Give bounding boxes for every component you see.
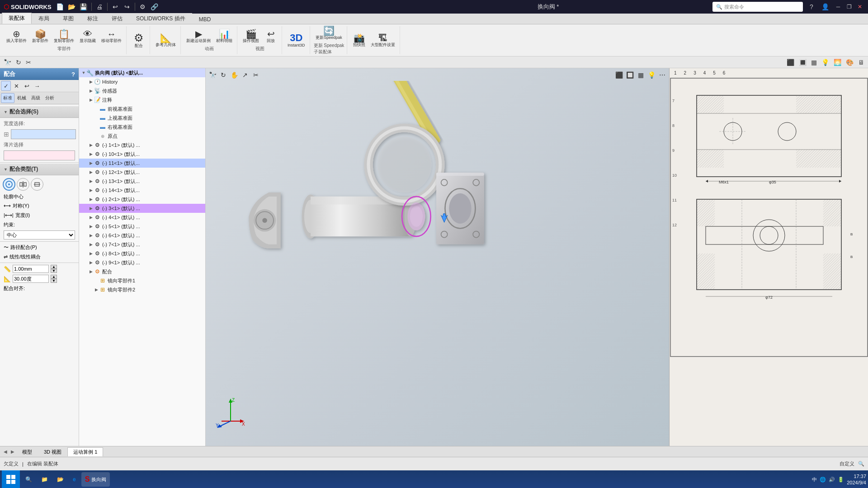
user-icon[interactable]: 👤	[820, 2, 830, 12]
tab-3dview[interactable]: 3D 视图	[38, 447, 67, 456]
light-icon[interactable]: 💡	[820, 58, 831, 67]
mechanical-tab[interactable]: 机械	[15, 93, 28, 103]
vp-section-icon[interactable]: ✂	[251, 70, 261, 80]
start-button[interactable]	[2, 470, 20, 488]
width-input[interactable]	[11, 129, 76, 139]
display-style-icon[interactable]: ⬛	[785, 58, 796, 67]
view-rotate-icon[interactable]: ↻	[14, 58, 23, 67]
view-orient-icon[interactable]: 🔭	[2, 58, 13, 67]
restore-button[interactable]: ❐	[844, 2, 854, 11]
volume-icon[interactable]: 🔊	[829, 477, 835, 483]
tab-plugins[interactable]: SOLIDWORKS 插件	[129, 13, 192, 24]
undo-button[interactable]: ↩	[22, 81, 32, 91]
vp-select-icon[interactable]: ↗	[240, 70, 250, 80]
large-config-button[interactable]: 🏗 大型配件设置	[369, 33, 397, 48]
vp-zoom-icon[interactable]: 🔭	[208, 70, 217, 80]
new-study-button[interactable]: ▶ 新建运动算例	[184, 28, 212, 44]
mate-type-header[interactable]: ▼ 配合类型(T)	[0, 164, 79, 175]
new-part-button[interactable]: 📦 新零部件	[30, 28, 50, 44]
tree-part-1[interactable]: ▶ ⚙ (-) 1<1> (默认) ...	[79, 141, 205, 150]
close-button[interactable]: ✕	[855, 2, 864, 11]
bom-button[interactable]: 📊 材料明细	[214, 28, 234, 44]
tree-mirror2[interactable]: ▶ ⊞ 镜向零部件2	[79, 285, 205, 294]
tree-part-14[interactable]: ▶ ⚙ (-) 14<1> (默认...	[79, 186, 205, 195]
redo-icon[interactable]: ↪	[122, 2, 132, 12]
tab-motion[interactable]: 运动算例 1	[67, 447, 103, 456]
playback-button[interactable]: ↩ 回放	[263, 28, 279, 44]
vp-rotate-icon[interactable]: ↻	[218, 70, 228, 80]
connect-icon[interactable]: 🔗	[150, 2, 160, 12]
display-mode-icon[interactable]: 🔳	[797, 58, 808, 67]
undo-icon[interactable]: ↩	[110, 2, 120, 12]
tree-note[interactable]: ▶ 📝 注释	[79, 95, 205, 104]
tree-part-5[interactable]: ▶ ⚙ (-) 5<1> (默认) ...	[79, 222, 205, 231]
tree-mate-folder[interactable]: ▶ ⚙ 配合	[79, 267, 205, 276]
thin-input[interactable]	[4, 150, 75, 160]
tree-root[interactable]: ▼ 🔧 换向阀 (默认) <默认...	[79, 68, 205, 77]
tab-assembly[interactable]: 装配体	[2, 13, 32, 24]
mate-button[interactable]: ⚙ 配合	[131, 32, 147, 49]
minimize-button[interactable]: ─	[834, 2, 843, 11]
folder-button[interactable]: 📂	[53, 472, 67, 487]
3d-viewport[interactable]: 🔭 ↻ ✋ ↗ ✂ ⬛ 🔲 ▦ 💡 ⋯	[206, 68, 669, 446]
check-button[interactable]: ✓	[1, 81, 11, 91]
settings-icon[interactable]: ⚙	[138, 2, 148, 12]
search-button[interactable]: 🔍	[22, 472, 36, 487]
tree-part-13[interactable]: ▶ ⚙ (-) 13<1> (默认...	[79, 177, 205, 186]
tree-top-plane[interactable]: ▬ 上视基准面	[79, 113, 205, 122]
scene-icon[interactable]: 🌅	[832, 58, 843, 67]
vp-display2-icon[interactable]: 🔲	[625, 70, 635, 80]
browser-button[interactable]: e	[69, 472, 80, 487]
tree-part-2[interactable]: ▶ ⚙ (-) 2<1> (默认) ...	[79, 195, 205, 204]
new-icon[interactable]: 📄	[55, 2, 65, 12]
file-explorer-button[interactable]: 📁	[38, 472, 52, 487]
network-icon[interactable]: 🌐	[820, 477, 826, 483]
update-speedpak-button[interactable]: 🔄 更新Speedpak	[314, 25, 344, 41]
center-dropdown[interactable]: 中心	[4, 230, 75, 239]
show-hide-button[interactable]: 👁 显示隐藏	[78, 28, 98, 44]
standard-tab[interactable]: 标准	[1, 93, 14, 103]
spin1-up[interactable]: ▲	[51, 265, 57, 269]
vp-more-icon[interactable]: ⋯	[657, 70, 667, 80]
help-icon[interactable]: ?	[807, 2, 816, 12]
spin2-up[interactable]: ▲	[51, 275, 57, 279]
tab-nav-left[interactable]: ◀	[2, 448, 9, 455]
tree-part-12[interactable]: ▶ ⚙ (-) 12<1> (默认...	[79, 168, 205, 177]
tab-nav-right[interactable]: ▶	[9, 448, 16, 455]
tree-right-plane[interactable]: ▬ 右视基准面	[79, 122, 205, 131]
symmetric-button[interactable]	[17, 178, 29, 191]
vp-light-icon[interactable]: 💡	[646, 70, 656, 80]
ref-button[interactable]: 📐 参考几何体	[154, 33, 178, 48]
tree-part-7[interactable]: ▶ ⚙ (-) 7<1> (默认) ...	[79, 240, 205, 249]
view-section-icon[interactable]: ✂	[24, 58, 33, 67]
vp-display1-icon[interactable]: ⬛	[614, 70, 624, 80]
solidworks-taskbar-button[interactable]: S 换向阀	[81, 472, 110, 487]
advanced-tab[interactable]: 高级	[29, 93, 42, 103]
search-box[interactable]: 🔍 搜索命令	[712, 2, 803, 12]
tree-part-10[interactable]: ▶ ⚙ (-) 10<1> (默认...	[79, 150, 205, 159]
tree-part-3[interactable]: ▶ ⚙ (-) 3<1> (默认) ...	[79, 204, 205, 213]
tree-part-6[interactable]: ▶ ⚙ (-) 6<1> (默认) ...	[79, 231, 205, 240]
width-mate-button[interactable]	[31, 178, 43, 191]
tree-part-9[interactable]: ▶ ⚙ (-) 9<1> (默认) ...	[79, 258, 205, 267]
battery-icon[interactable]: 🔋	[838, 477, 844, 483]
tree-history[interactable]: ▶ 🕐 History	[79, 77, 205, 86]
tab-sketch[interactable]: 草图	[56, 13, 80, 24]
tree-mirror1[interactable]: ⊞ 镜向零部件1	[79, 276, 205, 285]
profile-center-button[interactable]	[3, 178, 15, 191]
numeric2-input[interactable]	[13, 275, 49, 283]
tab-model[interactable]: 模型	[16, 447, 38, 456]
tree-origin[interactable]: ⊕ 原点	[79, 131, 205, 141]
render-icon[interactable]: 🎨	[844, 58, 855, 67]
print-icon[interactable]: 🖨	[94, 2, 104, 12]
move-part-button[interactable]: ↔ 移动零部件	[99, 28, 123, 44]
panel-help-icon[interactable]: ?	[71, 71, 75, 78]
cancel-button[interactable]: ✕	[11, 81, 21, 91]
copy-part-button[interactable]: 📋 复制零部件	[52, 28, 76, 44]
operate-view-button[interactable]: 🎬 操作视图	[241, 28, 261, 44]
snapshot-button[interactable]: 📸 拍快照	[351, 33, 367, 48]
monitor-icon[interactable]: 🖥	[856, 58, 866, 67]
insert-part-button[interactable]: ⊕ 插入零部件	[5, 28, 28, 44]
next-button[interactable]: →	[32, 81, 42, 91]
spin2-down[interactable]: ▼	[51, 279, 57, 283]
